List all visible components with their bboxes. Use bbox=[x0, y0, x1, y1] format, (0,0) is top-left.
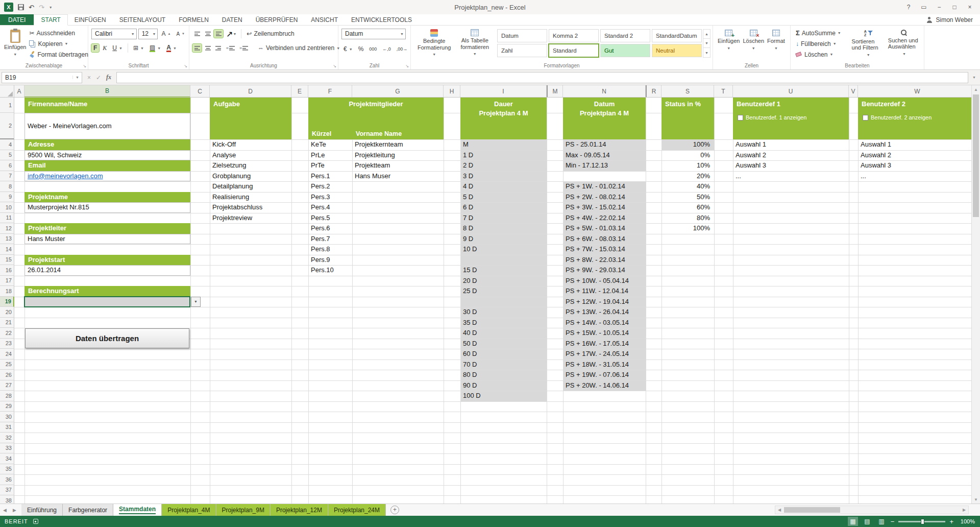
format-as-table-button[interactable]: Als Tabelle formatieren ▼ bbox=[455, 28, 496, 58]
cell-N27[interactable]: PS + 20W. - 14.06.14 bbox=[563, 380, 646, 391]
maximize-button[interactable]: □ bbox=[947, 2, 962, 12]
ribbon-tab-daten[interactable]: DATEN bbox=[215, 14, 249, 25]
cell-I4[interactable]: M bbox=[460, 139, 547, 150]
cell-I7[interactable]: 3 D bbox=[460, 171, 547, 182]
selected-cell[interactable] bbox=[24, 296, 190, 308]
clear-button[interactable]: Löschen▼ bbox=[794, 49, 835, 60]
style-zahl[interactable]: Zahl bbox=[497, 44, 547, 57]
style-komma-2[interactable]: Komma 2 bbox=[549, 29, 599, 42]
col-header-U[interactable]: U bbox=[733, 85, 849, 98]
cell-N13[interactable]: PS + 6W. - 08.03.14 bbox=[563, 234, 646, 245]
cell-I11[interactable]: 7 D bbox=[460, 213, 547, 224]
col-header-F[interactable]: F bbox=[308, 85, 352, 98]
ribbon-tab-start[interactable]: START bbox=[34, 14, 67, 26]
sheet-tab-stammdaten[interactable]: Stammdaten bbox=[113, 504, 162, 516]
col-header-T[interactable]: T bbox=[714, 85, 733, 98]
row-header-35[interactable]: 35 bbox=[0, 464, 14, 475]
col-header-D[interactable]: D bbox=[210, 85, 291, 98]
cell-I26[interactable]: 80 D bbox=[460, 370, 547, 380]
row-header-37[interactable]: 37 bbox=[0, 485, 14, 496]
cell-N22[interactable]: PS + 15W. - 10.05.14 bbox=[563, 328, 646, 339]
sheet-tab-projektplan_12m[interactable]: Projektplan_12M bbox=[271, 504, 328, 516]
cell-I6[interactable]: 2 D bbox=[460, 160, 547, 171]
zoom-slider[interactable] bbox=[898, 521, 945, 522]
row-header-27[interactable]: 27 bbox=[0, 380, 14, 391]
col-header-W[interactable]: W bbox=[858, 85, 971, 98]
cell-I24[interactable]: 60 D bbox=[460, 349, 547, 360]
align-middle-button[interactable] bbox=[203, 30, 212, 38]
cell-F16[interactable]: Pers.10 bbox=[308, 265, 352, 276]
formula-bar-expand-icon[interactable]: ▼ bbox=[968, 76, 980, 79]
currency-format-button[interactable]: €▼ bbox=[341, 45, 355, 53]
customize-qat-icon[interactable]: ▼ bbox=[49, 6, 53, 9]
undo-icon[interactable]: ↶ bbox=[29, 4, 34, 11]
scroll-up-icon[interactable]: ▲ bbox=[972, 85, 980, 93]
daten-uebertragen-button[interactable]: Daten übertragen bbox=[25, 328, 189, 348]
decrease-font-button[interactable]: A▼ bbox=[174, 31, 187, 37]
fill-button[interactable]: ↓Füllbereich▼ bbox=[794, 38, 839, 49]
row-header-9[interactable]: 9 bbox=[0, 192, 14, 203]
row-header-4[interactable]: 4 bbox=[0, 139, 14, 150]
cell-W5[interactable]: Auswahl 2 bbox=[858, 150, 971, 161]
row-header-32[interactable]: 32 bbox=[0, 433, 14, 443]
row-header-33[interactable]: 33 bbox=[0, 443, 14, 454]
cell-N21[interactable]: PS + 14W. - 03.05.14 bbox=[563, 318, 646, 328]
cell-N26[interactable]: PS + 19W. - 07.06.14 bbox=[563, 370, 646, 380]
cell-F5[interactable]: PrLe bbox=[308, 150, 352, 161]
delete-cells-button[interactable]: × Löschen▼ bbox=[741, 28, 766, 52]
cell-N12[interactable]: PS + 5W. - 01.03.14 bbox=[563, 223, 646, 234]
gallery-more-icon[interactable]: ▼ bbox=[703, 48, 710, 57]
cell-F9[interactable]: Pers.3 bbox=[308, 192, 352, 203]
excel-app-icon[interactable]: X bbox=[4, 3, 13, 12]
italic-button[interactable]: K bbox=[101, 44, 109, 53]
zoom-out-icon[interactable]: − bbox=[891, 518, 895, 525]
cell-D7[interactable]: Grobplanung bbox=[210, 171, 291, 182]
cell-S10[interactable]: 60% bbox=[662, 202, 714, 213]
header-block-benutzerdef1[interactable]: Benutzerdef 1Benutzerdef. 1 anzeigen bbox=[733, 98, 849, 139]
benutzerdef2-checkbox[interactable]: Benutzerdef. 2 anzeigen bbox=[863, 114, 932, 121]
save-icon[interactable] bbox=[18, 4, 24, 10]
row-header-6[interactable]: 6 bbox=[0, 160, 14, 171]
header-block-dauer[interactable]: DauerProjektplan 4 M bbox=[460, 98, 547, 139]
ribbon-tab-entwicklertools[interactable]: ENTWICKLERTOOLS bbox=[345, 14, 419, 25]
cell-F12[interactable]: Pers.6 bbox=[308, 223, 352, 234]
cell-D6[interactable]: Zielsetzung bbox=[210, 160, 291, 171]
cell-F7[interactable]: Pers.1 bbox=[308, 171, 352, 182]
cell-S11[interactable]: 80% bbox=[662, 213, 714, 224]
row-header-17[interactable]: 17 bbox=[0, 276, 14, 286]
confirm-entry-icon[interactable]: ✓ bbox=[96, 74, 101, 81]
thousands-format-button[interactable]: 000 bbox=[367, 46, 379, 52]
help-icon[interactable]: ? bbox=[901, 2, 916, 12]
cell-N6[interactable]: Min - 17.12.13 bbox=[563, 160, 646, 171]
page-break-view-icon[interactable]: ▥ bbox=[876, 517, 887, 526]
cell-F11[interactable]: Pers.5 bbox=[308, 213, 352, 224]
cell-B18[interactable]: Berechnungsart bbox=[24, 286, 190, 297]
cell-dropdown-button[interactable]: ▼ bbox=[191, 297, 201, 307]
cell-S12[interactable]: 100% bbox=[662, 223, 714, 234]
col-header-N[interactable]: N bbox=[563, 85, 646, 98]
col-header-H[interactable]: H bbox=[444, 85, 460, 98]
cell-I27[interactable]: 90 D bbox=[460, 380, 547, 391]
cell-U7[interactable]: ... bbox=[733, 171, 849, 182]
horizontal-scroll-thumb[interactable] bbox=[784, 507, 840, 513]
zoom-in-icon[interactable]: + bbox=[949, 518, 953, 525]
insert-cells-button[interactable]: + Einfügen▼ bbox=[716, 28, 741, 52]
cell-S4[interactable]: 100% bbox=[662, 139, 714, 150]
benutzerdef2-checkbox-box[interactable] bbox=[863, 115, 868, 121]
sheet-nav-right-icon[interactable]: ▶ bbox=[10, 504, 19, 516]
cell-I14[interactable]: 10 D bbox=[460, 244, 547, 255]
new-sheet-button[interactable]: + bbox=[390, 506, 399, 514]
align-bottom-button[interactable] bbox=[214, 30, 223, 38]
cell-B15[interactable]: Projektstart bbox=[24, 255, 190, 266]
align-right-button[interactable] bbox=[214, 44, 223, 52]
header-block-benutzerdef2[interactable]: Benutzerdef 2Benutzerdef. 2 anzeigen bbox=[858, 98, 971, 139]
cell-D5[interactable]: Analyse bbox=[210, 150, 291, 161]
cell-F8[interactable]: Pers.2 bbox=[308, 181, 352, 192]
ribbon-tab-datei[interactable]: DATEI bbox=[0, 14, 34, 25]
row-header-14[interactable]: 14 bbox=[0, 244, 14, 255]
alignment-dialog-launcher[interactable]: ↘ bbox=[333, 64, 336, 68]
row-header-25[interactable]: 25 bbox=[0, 360, 14, 370]
cancel-entry-icon[interactable]: × bbox=[87, 74, 91, 81]
font-color-button[interactable]: A▼ bbox=[164, 44, 179, 53]
cell-N19[interactable]: PS + 12W. - 19.04.14 bbox=[563, 297, 646, 307]
